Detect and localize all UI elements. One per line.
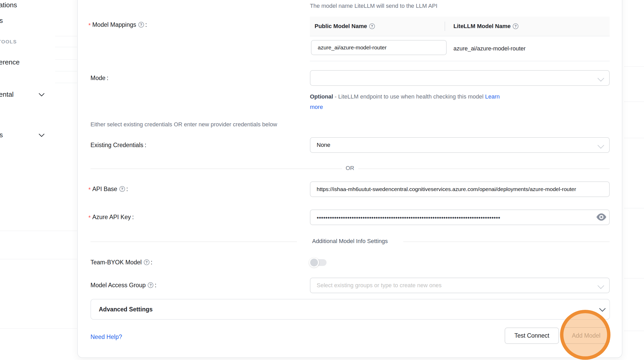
divider-line [358, 168, 610, 169]
advanced-settings-title: Advanced Settings [99, 299, 153, 319]
azure-api-key-input[interactable]: ••••••••••••••••••••••••••••••••••••••••… [310, 210, 610, 225]
model-mappings-table: Public Model Name ? LiteLLM Model Name ?… [310, 17, 610, 61]
mode-help-text: Optional - LiteLLM endpoint to use when … [310, 91, 612, 112]
help-icon[interactable]: ? [369, 23, 375, 29]
existing-credentials-value: None [317, 142, 330, 148]
advanced-settings-panel[interactable]: Advanced Settings [90, 299, 610, 320]
column-header-litellm-model-name: LiteLLM Model Name ? [445, 23, 518, 30]
background-row-line [0, 259, 77, 259]
help-icon[interactable]: ? [144, 259, 149, 265]
learn-more-link[interactable]: more [310, 104, 323, 110]
table-row: azure_ai/azure-model-router [310, 36, 610, 61]
divider-line [90, 241, 297, 242]
column-header-public-model-name: Public Model Name ? [310, 23, 445, 30]
add-model-button[interactable]: Add Model [563, 327, 610, 344]
learn-more-link[interactable]: Learn [485, 93, 500, 100]
eye-icon[interactable] [596, 213, 607, 221]
or-divider-text: OR [344, 165, 356, 172]
background-row-line [55, 47, 77, 47]
chevron-down-icon[interactable] [39, 131, 45, 137]
public-model-name-input[interactable] [311, 40, 447, 55]
background-row-line [0, 328, 77, 329]
required-asterisk: * [88, 186, 91, 193]
background-row-line [624, 208, 644, 208]
required-asterisk: * [88, 214, 91, 221]
litellm-model-name-value: azure_ai/azure-model-router [453, 36, 526, 61]
help-icon[interactable]: ? [138, 22, 144, 28]
sidebar-section-tools: TOOLS [0, 39, 17, 45]
background-row-line [0, 231, 77, 231]
divider-line [90, 168, 342, 169]
masked-password-dots: ••••••••••••••••••••••••••••••••••••••••… [317, 214, 500, 221]
table-header-row: Public Model Name ? LiteLLM Model Name ? [310, 17, 610, 36]
need-help-link[interactable]: Need Help? [90, 333, 122, 341]
credentials-note: Either select existing credentials OR en… [90, 121, 277, 128]
help-icon[interactable]: ? [148, 282, 153, 288]
background-row-line [55, 83, 77, 83]
team-byok-label: Team-BYOK Model ? : [90, 258, 152, 267]
sidebar-item-users[interactable]: s [0, 17, 3, 25]
sidebar-item-api-reference[interactable]: erence [0, 58, 20, 66]
sidebar-item-settings[interactable]: s [0, 131, 3, 139]
help-icon[interactable]: ? [119, 186, 125, 192]
model-mappings-label: * Model Mappings ? : [88, 20, 147, 29]
model-access-group-select[interactable]: Select existing groups or type to create… [310, 278, 610, 293]
chevron-down-icon[interactable] [39, 91, 45, 97]
divider-line [403, 241, 610, 242]
background-row-line [624, 278, 644, 279]
info-divider-text: Additional Model Info Settings [309, 238, 390, 245]
model-access-group-label: Model Access Group ? : [90, 281, 157, 290]
test-connect-button[interactable]: Test Connect [505, 328, 559, 344]
api-base-label: * API Base ? : [88, 185, 128, 193]
api-base-input[interactable] [310, 181, 610, 197]
model-access-group-placeholder: Select existing groups or type to create… [317, 282, 442, 289]
background-row-line [55, 71, 77, 71]
background-row-line [624, 101, 644, 102]
mode-select[interactable] [310, 70, 610, 86]
help-icon[interactable]: ? [513, 23, 518, 29]
mode-label: Mode : [90, 74, 108, 82]
model-name-help-text: The model name LiteLLM will send to the … [310, 3, 437, 9]
existing-credentials-label: Existing Credentials : [90, 141, 146, 149]
azure-api-key-label: * Azure API Key : [88, 213, 134, 221]
chevron-down-icon [599, 305, 606, 312]
background-row-line [55, 36, 77, 36]
sidebar-item-experimental[interactable]: ental [0, 90, 14, 99]
background-row-line [624, 66, 644, 67]
background-row-line [624, 331, 644, 331]
required-asterisk: * [88, 22, 91, 29]
toggle-thumb [309, 258, 319, 267]
team-byok-toggle[interactable] [310, 258, 327, 267]
sidebar-item-organizations[interactable]: ations [0, 1, 17, 9]
background-row-line [624, 138, 644, 138]
background-row-line [55, 59, 77, 60]
existing-credentials-select[interactable]: None [310, 137, 610, 153]
